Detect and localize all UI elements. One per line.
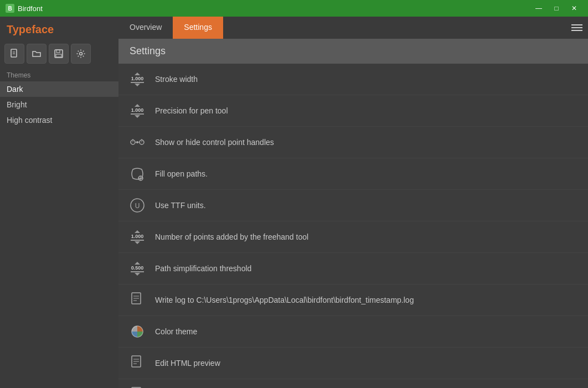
open-file-icon <box>32 49 42 59</box>
titlebar-controls: — □ ✕ <box>530 2 582 14</box>
write-log-label: Write log to C:\Users\1progs\AppData\Loc… <box>155 296 414 304</box>
color-theme-label: Color theme <box>155 327 197 336</box>
precision-pen-icon: 1.000 <box>127 101 147 121</box>
app-icon: B <box>6 4 14 13</box>
content-area: Overview Settings Settings <box>118 17 588 388</box>
titlebar-left: B Birdfont <box>6 4 43 13</box>
setting-stroke-width[interactable]: 1.000 Stroke width <box>118 64 588 95</box>
edit-charset-icon <box>127 385 147 388</box>
sidebar-item-dark[interactable]: Dark <box>0 81 118 97</box>
sidebar-item-bright[interactable]: Bright <box>0 97 118 112</box>
save-file-icon <box>54 49 64 59</box>
svg-rect-5 <box>56 54 61 57</box>
stroke-width-label: Stroke width <box>155 75 198 84</box>
fill-paths-icon <box>127 164 147 184</box>
freehand-points-label: Number of points added by the freehand t… <box>155 232 308 241</box>
setting-write-log[interactable]: Write log to C:\Users\1progs\AppData\Loc… <box>118 284 588 316</box>
save-file-tool[interactable] <box>49 44 69 64</box>
settings-tool[interactable] <box>71 44 91 64</box>
stroke-width-icon: 1.000 <box>127 69 147 89</box>
control-handles-icon <box>127 132 147 152</box>
path-simplification-icon: 0.500 <box>127 258 147 278</box>
svg-point-13 <box>136 141 138 143</box>
minimize-button[interactable]: — <box>530 2 547 14</box>
sidebar-item-high-contrast[interactable]: High contrast <box>0 112 118 128</box>
tab-bar: Overview Settings <box>118 17 588 39</box>
write-log-icon <box>127 290 147 310</box>
svg-text:U: U <box>135 202 140 210</box>
maximize-button[interactable]: □ <box>548 2 565 14</box>
main-layout: Typeface <box>0 17 588 388</box>
page-title: Settings <box>130 45 166 56</box>
app-title: Birdfont <box>18 4 43 13</box>
setting-fill-paths[interactable]: Fill open paths. <box>118 158 588 190</box>
new-file-icon <box>9 49 19 59</box>
svg-rect-0 <box>11 49 17 57</box>
tab-settings[interactable]: Settings <box>173 17 223 39</box>
ttf-units-icon: U <box>127 195 147 215</box>
svg-point-6 <box>80 53 82 55</box>
ttf-units-label: Use TTF units. <box>155 201 206 210</box>
control-handles-label: Show or hide control point handles <box>155 138 274 147</box>
setting-edit-charset[interactable]: Edit character set <box>118 379 588 388</box>
setting-color-theme[interactable]: Color theme <box>118 316 588 348</box>
setting-freehand-points[interactable]: 1.000 Number of points added by the free… <box>118 221 588 253</box>
fill-paths-label: Fill open paths. <box>155 169 208 178</box>
hamburger-menu-icon[interactable] <box>566 17 588 39</box>
edit-html-icon <box>127 353 147 373</box>
sidebar: Typeface <box>0 17 118 388</box>
path-simplification-label: Path simplification threshold <box>155 264 251 273</box>
setting-precision-pen[interactable]: 1.000 Precision for pen tool <box>118 95 588 127</box>
setting-control-handles[interactable]: Show or hide control point handles <box>118 127 588 158</box>
sidebar-toolbar <box>0 40 118 67</box>
open-file-tool[interactable] <box>27 44 47 64</box>
themes-label: Themes <box>0 67 118 81</box>
setting-path-simplification[interactable]: 0.500 Path simplification threshold <box>118 253 588 284</box>
settings-icon <box>76 49 86 59</box>
settings-list: 1.000 Stroke width 1.000 <box>118 64 588 388</box>
page-header: Settings <box>118 39 588 64</box>
precision-pen-label: Precision for pen tool <box>155 106 228 115</box>
freehand-points-icon: 1.000 <box>127 227 147 247</box>
new-file-tool[interactable] <box>4 44 24 64</box>
titlebar: B Birdfont — □ ✕ <box>0 0 588 17</box>
edit-html-label: Edit HTML preview <box>155 359 220 368</box>
color-theme-icon <box>127 322 147 342</box>
sidebar-title: Typeface <box>0 17 118 40</box>
setting-ttf-units[interactable]: U Use TTF units. <box>118 190 588 221</box>
close-button[interactable]: ✕ <box>566 2 582 14</box>
tab-overview[interactable]: Overview <box>118 17 173 39</box>
setting-edit-html[interactable]: Edit HTML preview <box>118 348 588 379</box>
